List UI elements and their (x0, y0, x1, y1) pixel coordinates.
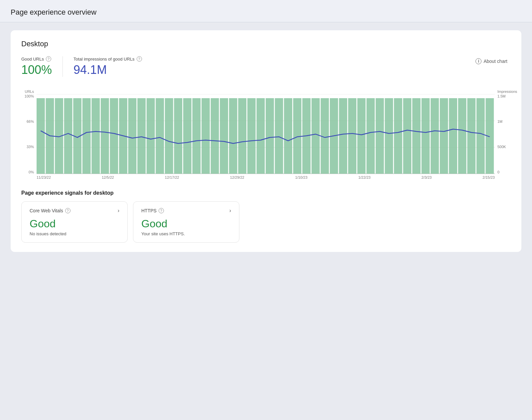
svg-rect-15 (137, 98, 146, 174)
core-web-vitals-status: Good (30, 218, 119, 230)
svg-rect-21 (193, 98, 201, 174)
https-label: HTTPS ? (141, 208, 164, 213)
signals-grid: Core Web Vitals ? › Good No issues detec… (21, 201, 511, 243)
svg-rect-38 (348, 98, 356, 174)
page-header: Page experience overview (0, 0, 532, 22)
x-axis-labels: 11/23/22 12/5/22 12/17/22 12/29/22 1/10/… (21, 174, 511, 179)
desktop-card-title: Desktop (21, 40, 511, 48)
signals-section-title: Page experience signals for desktop (21, 190, 511, 196)
svg-rect-46 (422, 98, 430, 174)
https-status: Good (141, 218, 231, 230)
about-chart-button[interactable]: i About chart (472, 56, 511, 66)
svg-rect-34 (312, 98, 320, 174)
svg-rect-47 (431, 98, 439, 174)
metrics-row: Good URLs ? 100% Total impressions of go… (21, 56, 153, 77)
svg-rect-49 (449, 98, 457, 174)
svg-rect-26 (238, 98, 246, 174)
svg-rect-14 (128, 98, 137, 174)
svg-rect-22 (201, 98, 210, 174)
svg-rect-17 (156, 98, 164, 174)
impressions-metric: Total impressions of good URLs ? 94.1M (73, 56, 153, 77)
core-web-vitals-header: Core Web Vitals ? › (30, 208, 119, 214)
svg-rect-29 (266, 98, 274, 174)
desktop-card: Desktop Good URLs ? 100% Total impressio… (11, 30, 521, 252)
svg-rect-9 (82, 98, 91, 174)
svg-rect-23 (211, 98, 219, 174)
svg-rect-12 (110, 98, 118, 174)
svg-rect-37 (339, 98, 347, 174)
svg-rect-19 (174, 98, 182, 174)
y-axis-left-title: URLs (21, 89, 37, 94)
svg-rect-41 (376, 98, 384, 174)
info-icon: i (475, 58, 481, 64)
svg-rect-40 (366, 98, 375, 174)
good-urls-label: Good URLs ? (21, 56, 52, 62)
core-web-vitals-card: Core Web Vitals ? › Good No issues detec… (21, 201, 128, 243)
svg-rect-10 (91, 98, 100, 174)
svg-rect-7 (64, 98, 72, 174)
core-web-vitals-label: Core Web Vitals ? (30, 208, 70, 213)
impressions-value: 94.1M (73, 63, 142, 77)
svg-rect-16 (147, 98, 155, 174)
svg-rect-11 (101, 98, 109, 174)
y-axis-right-title: Impressions (495, 89, 511, 94)
svg-rect-48 (440, 98, 448, 174)
chart-container: URLs Impressions 100% 66% 33% 0% (21, 89, 511, 179)
main-content: Desktop Good URLs ? 100% Total impressio… (0, 22, 532, 268)
core-web-vitals-desc: No issues detected (30, 231, 119, 236)
svg-rect-45 (412, 98, 421, 174)
signals-section: Page experience signals for desktop Core… (21, 190, 511, 243)
svg-rect-42 (385, 98, 393, 174)
svg-rect-27 (247, 98, 256, 174)
impressions-label: Total impressions of good URLs ? (73, 56, 142, 62)
good-urls-value: 100% (21, 63, 52, 77)
svg-rect-43 (394, 98, 402, 174)
https-help-icon[interactable]: ? (159, 208, 164, 213)
svg-rect-20 (183, 98, 192, 174)
svg-rect-51 (467, 98, 475, 174)
chart-inner: 100% 66% 33% 0% (21, 94, 511, 174)
y-axis-left: 100% 66% 33% 0% (21, 94, 37, 174)
good-urls-metric: Good URLs ? 100% (21, 56, 63, 77)
metrics-header: Good URLs ? 100% Total impressions of go… (21, 56, 511, 86)
https-desc: Your site uses HTTPS. (141, 231, 231, 236)
svg-rect-28 (256, 98, 265, 174)
svg-rect-50 (458, 98, 466, 174)
svg-rect-39 (357, 98, 366, 174)
https-header: HTTPS ? › (141, 208, 231, 214)
svg-rect-44 (403, 98, 411, 174)
impressions-help-icon[interactable]: ? (137, 56, 142, 62)
https-card: HTTPS ? › Good Your site uses HTTPS. (133, 201, 239, 243)
core-web-vitals-help-icon[interactable]: ? (65, 208, 70, 213)
svg-rect-32 (293, 98, 302, 174)
y-axis-right: 1.5M 1M 500K 0 (495, 94, 511, 174)
svg-rect-31 (284, 98, 292, 174)
svg-rect-52 (476, 98, 485, 174)
svg-rect-18 (165, 98, 173, 174)
core-web-vitals-chevron-icon[interactable]: › (118, 208, 119, 214)
good-urls-help-icon[interactable]: ? (46, 56, 51, 62)
https-chevron-icon[interactable]: › (229, 208, 231, 214)
page-title: Page experience overview (11, 8, 521, 17)
chart-area: URLs Impressions 100% 66% 33% 0% (21, 89, 511, 179)
svg-rect-4 (37, 98, 45, 174)
chart-svg (37, 94, 495, 174)
svg-rect-30 (275, 98, 283, 174)
svg-rect-25 (229, 98, 237, 174)
svg-rect-24 (220, 98, 228, 174)
